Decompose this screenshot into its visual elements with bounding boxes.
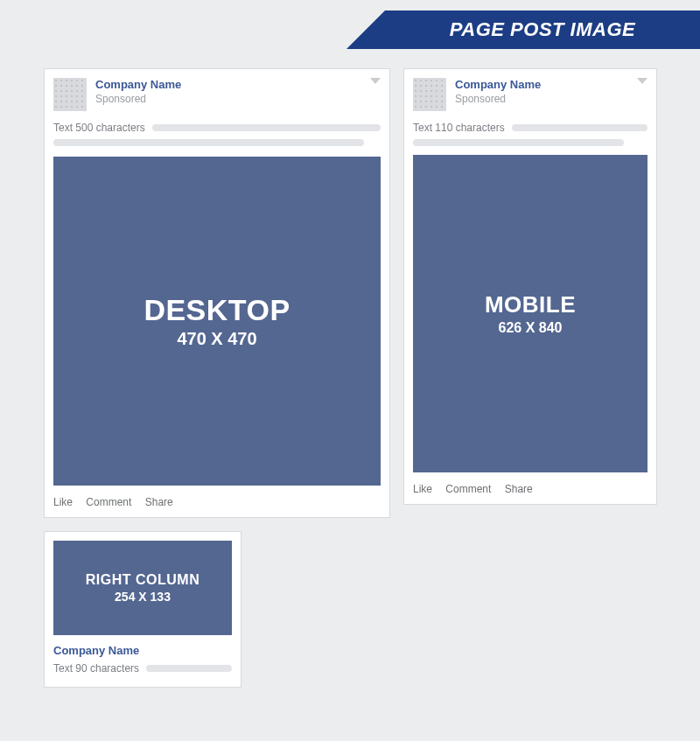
image-label: MOBILE (485, 291, 576, 318)
like-button[interactable]: Like (413, 483, 432, 495)
image-dimensions: 254 X 133 (115, 590, 171, 604)
company-name[interactable]: Company Name (455, 78, 541, 91)
image-dimensions: 470 X 470 (177, 329, 256, 349)
placeholder-bar (512, 124, 648, 131)
text-limit-label: Text 90 characters (53, 662, 139, 675)
mobile-card: Company Name Sponsored Text 110 characte… (403, 68, 657, 505)
chevron-down-icon[interactable] (370, 78, 381, 84)
comment-button[interactable]: Comment (86, 496, 131, 508)
desktop-image-placeholder: DESKTOP 470 X 470 (53, 157, 381, 486)
image-label: DESKTOP (144, 293, 290, 327)
right-column-image-placeholder: RIGHT COLUMN 254 X 133 (53, 541, 232, 635)
placeholder-bar (413, 139, 624, 146)
post-actions: Like Comment Share (413, 483, 648, 495)
share-button[interactable]: Share (145, 496, 173, 508)
comment-button[interactable]: Comment (445, 483, 491, 495)
company-name[interactable]: Company Name (53, 644, 232, 657)
like-button[interactable]: Like (53, 496, 73, 508)
chevron-down-icon[interactable] (637, 78, 648, 84)
desktop-card: Company Name Sponsored Text 500 characte… (44, 68, 390, 518)
mobile-image-placeholder: MOBILE 626 X 840 (413, 155, 648, 472)
text-limit-label: Text 500 characters (53, 122, 145, 134)
placeholder-bar (152, 124, 381, 131)
right-column-card: RIGHT COLUMN 254 X 133 Company Name Text… (44, 531, 242, 688)
image-dimensions: 626 X 840 (499, 320, 563, 336)
page-banner-title: PAGE POST IMAGE (450, 18, 635, 40)
avatar (413, 78, 446, 111)
company-name[interactable]: Company Name (95, 78, 181, 91)
image-label: RIGHT COLUMN (86, 572, 200, 588)
share-button[interactable]: Share (505, 483, 533, 495)
avatar (53, 78, 87, 111)
placeholder-bar (146, 665, 232, 672)
page-banner: PAGE POST IMAGE (385, 10, 700, 49)
text-limit-label: Text 110 characters (413, 122, 505, 134)
sponsored-label: Sponsored (455, 93, 541, 105)
sponsored-label: Sponsored (95, 93, 181, 105)
post-actions: Like Comment Share (53, 496, 381, 508)
placeholder-bar (53, 139, 364, 146)
